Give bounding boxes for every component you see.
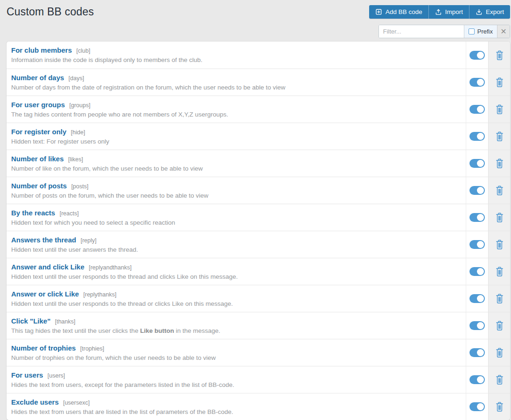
enable-toggle[interactable] — [469, 132, 485, 141]
bbcode-title-link[interactable]: Answers the thread — [11, 236, 76, 244]
bbcode-title-link[interactable]: For club members — [11, 46, 72, 54]
bbcode-title-link[interactable]: Answer or click Like — [11, 290, 79, 298]
toggle-knob — [477, 241, 484, 248]
bbcode-row: For user groups [groups] The tag hides c… — [7, 96, 510, 123]
bbcode-row-main[interactable]: Answer and click Like [replyandthanks] H… — [7, 258, 466, 285]
delete-button[interactable] — [488, 312, 510, 339]
bbcode-row-main[interactable]: For register only [hide] Hidden text: Fo… — [7, 123, 466, 150]
bbcode-row: Click "Like" [thanks] This tag hides the… — [7, 312, 510, 339]
bbcode-row-main[interactable]: Number of likes [likes] Number of like o… — [7, 150, 466, 177]
toggle-cell — [466, 150, 488, 177]
bbcode-description: Number of like on the forum, which the u… — [11, 165, 461, 172]
bbcode-title-link[interactable]: For register only — [11, 128, 66, 136]
bbcode-row-main[interactable]: Number of days [days] Number of days fro… — [7, 69, 466, 96]
bbcode-row-main[interactable]: Exclude users [usersexc] Hides the text … — [7, 393, 466, 420]
bbcode-title-line: Answer or click Like [replythanks] — [11, 290, 461, 299]
bbcode-tag: [replythanks] — [84, 291, 117, 298]
plus-square-icon — [375, 8, 382, 15]
enable-toggle[interactable] — [469, 105, 485, 114]
bbcode-title-link[interactable]: Click "Like" — [11, 317, 50, 325]
bbcode-row-main[interactable]: By the reacts [reacts] Hidden text for w… — [7, 204, 466, 231]
bbcode-row-main[interactable]: Number of trophies [trophies] Number of … — [7, 339, 466, 366]
bbcode-row-main[interactable]: Click "Like" [thanks] This tag hides the… — [7, 312, 466, 339]
bbcode-title-link[interactable]: Number of trophies — [11, 344, 76, 352]
enable-toggle[interactable] — [469, 321, 485, 330]
delete-button[interactable] — [488, 285, 510, 312]
trash-icon — [495, 320, 504, 331]
toggle-cell — [466, 366, 488, 393]
bbcode-description: This tag hides the text until the user c… — [11, 327, 461, 335]
enable-toggle[interactable] — [469, 402, 485, 411]
bbcode-row: Number of posts [posts] Number of posts … — [7, 177, 510, 204]
bbcode-row-main[interactable]: For club members [club] Information insi… — [7, 41, 466, 69]
bbcode-title-link[interactable]: Exclude users — [11, 398, 59, 406]
bbcode-title-link[interactable]: For users — [11, 371, 43, 379]
bbcode-title-link[interactable]: Answer and click Like — [11, 263, 84, 271]
trash-icon — [495, 50, 504, 61]
bbcode-tag: [usersexc] — [63, 399, 90, 406]
toggle-knob — [477, 376, 484, 383]
toggle-knob — [477, 52, 484, 59]
bbcode-title-line: Answers the thread [reply] — [11, 236, 461, 245]
bbcode-tag: [trophies] — [80, 345, 104, 352]
bbcode-description: Number of days from the date of registra… — [11, 84, 461, 91]
enable-toggle[interactable] — [469, 375, 485, 384]
delete-button[interactable] — [488, 339, 510, 366]
toggle-knob — [477, 106, 484, 113]
enable-toggle[interactable] — [469, 240, 485, 249]
prefix-toggle[interactable]: Prefix — [464, 25, 497, 38]
trash-icon — [495, 185, 504, 196]
enable-toggle[interactable] — [469, 78, 485, 87]
bbcode-row-main[interactable]: For user groups [groups] The tag hides c… — [7, 96, 466, 123]
bbcode-row-main[interactable]: Answer or click Like [replythanks] Hidde… — [7, 285, 466, 312]
enable-toggle[interactable] — [469, 348, 485, 357]
bbcode-row: Answer or click Like [replythanks] Hidde… — [7, 285, 510, 312]
prefix-checkbox[interactable] — [469, 28, 475, 34]
delete-button[interactable] — [488, 96, 510, 123]
download-icon — [476, 8, 483, 15]
bbcode-tag: [users] — [48, 372, 65, 379]
import-button[interactable]: Import — [428, 5, 469, 19]
delete-button[interactable] — [488, 123, 510, 150]
trash-icon — [495, 212, 504, 223]
bbcode-row-main[interactable]: For users [users] Hides the text from us… — [7, 366, 466, 393]
bbcode-title-line: By the reacts [reacts] — [11, 209, 461, 218]
bbcode-title-link[interactable]: Number of likes — [11, 155, 64, 163]
clear-filter-button[interactable]: ✕ — [497, 25, 510, 38]
toggle-knob — [477, 160, 484, 167]
export-button[interactable]: Export — [469, 5, 510, 19]
delete-button[interactable] — [488, 69, 510, 96]
add-bb-code-button[interactable]: Add BB code — [369, 5, 428, 19]
enable-toggle[interactable] — [469, 294, 485, 303]
delete-button[interactable] — [488, 231, 510, 258]
enable-toggle[interactable] — [469, 186, 485, 195]
bbcode-title-line: For user groups [groups] — [11, 101, 461, 110]
bbcode-row-main[interactable]: Answers the thread [reply] Hidden text u… — [7, 231, 466, 258]
filter-block: Prefix ✕ — [378, 25, 510, 38]
bbcode-tag: [groups] — [69, 102, 90, 109]
delete-button[interactable] — [488, 366, 510, 393]
bbcode-title-link[interactable]: For user groups — [11, 101, 65, 109]
delete-button[interactable] — [488, 393, 510, 420]
delete-button[interactable] — [488, 177, 510, 204]
enable-toggle[interactable] — [469, 267, 485, 276]
delete-button[interactable] — [488, 150, 510, 177]
bbcode-tag: [club] — [77, 48, 91, 54]
filter-input[interactable] — [379, 25, 464, 38]
bbcode-title-link[interactable]: By the reacts — [11, 209, 55, 217]
delete-button[interactable] — [488, 41, 510, 69]
bbcode-row-main[interactable]: Number of posts [posts] Number of posts … — [7, 177, 466, 204]
bbcode-tag: [replyandthanks] — [89, 264, 132, 271]
bbcode-row: By the reacts [reacts] Hidden text for w… — [7, 204, 510, 231]
enable-toggle[interactable] — [469, 159, 485, 168]
delete-button[interactable] — [488, 258, 510, 285]
bbcode-tag: [reply] — [81, 237, 97, 244]
toggle-cell — [466, 41, 488, 69]
enable-toggle[interactable] — [469, 213, 485, 222]
bbcode-title-link[interactable]: Number of posts — [11, 182, 67, 190]
bbcode-title-link[interactable]: Number of days — [11, 74, 64, 82]
trash-icon — [495, 266, 504, 277]
delete-button[interactable] — [488, 204, 510, 231]
enable-toggle[interactable] — [469, 51, 485, 60]
toggle-cell — [466, 393, 488, 420]
